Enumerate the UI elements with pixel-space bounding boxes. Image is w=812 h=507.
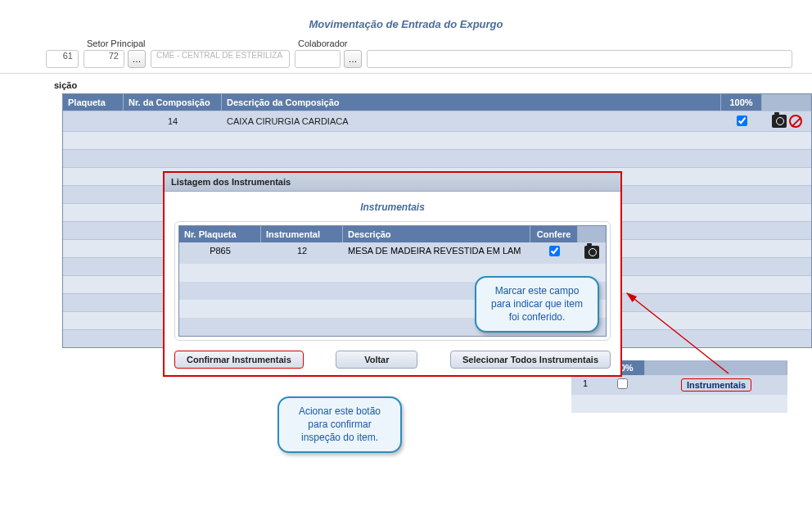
checkbox-100pct[interactable]	[737, 115, 747, 126]
bottom-row-empty	[571, 395, 787, 413]
cell-descricao: CAIXA CIRURGIA CARDIACA	[222, 113, 721, 129]
callout-confirmar: Acionar este botão para confirmar inspeç…	[277, 396, 402, 453]
header-100pct: 100%	[721, 94, 762, 111]
colab-lookup-button[interactable]: …	[344, 50, 362, 68]
ban-icon[interactable]	[789, 115, 802, 128]
cell-plaqueta	[63, 118, 124, 124]
setor-label: Setor Principal	[83, 38, 146, 48]
header-nr-composicao: Nr. da Composição	[124, 94, 222, 111]
camera-icon[interactable]	[584, 246, 599, 259]
instrumentais-link[interactable]: Instrumentais	[681, 378, 751, 392]
header-actions	[762, 94, 811, 111]
grid-row-empty	[63, 131, 811, 149]
cell-nr-composicao: 14	[124, 113, 222, 129]
svg-line-0	[627, 293, 729, 373]
field-num1[interactable]: 61	[46, 50, 79, 68]
grid-header: Plaqueta Nr. da Composição Descrição da …	[63, 94, 811, 111]
setor-lookup-button[interactable]: …	[128, 50, 146, 68]
ig-cell-confere	[530, 242, 578, 264]
grid-row[interactable]: 14 CAIXA CIRURGIA CARDIACA	[63, 111, 811, 131]
cell-actions	[762, 111, 811, 131]
bottom-cell-qtde: 1	[571, 375, 599, 395]
page-title: Movimentação de Entrada do Expurgo	[0, 0, 812, 38]
setor-group: Setor Principal 72 …	[83, 38, 146, 68]
modal-header: Listagem dos Instrumentais	[165, 173, 620, 192]
colab-num[interactable]	[295, 50, 341, 68]
ig-cell-instrumental: 12	[261, 242, 343, 264]
camera-icon[interactable]	[772, 115, 787, 128]
cell-100pct	[721, 112, 762, 131]
modal-subtitle: Instrumentais	[174, 201, 611, 213]
header-plaqueta: Plaqueta	[63, 94, 124, 111]
ig-cell-camera	[578, 242, 606, 264]
voltar-button[interactable]: Voltar	[336, 351, 417, 369]
colab-group: Colaborador …	[295, 38, 362, 68]
ig-row[interactable]: P865 12 MESA DE MADEIRA REVESTIDA EM LAM	[179, 242, 606, 264]
bottom-checkbox-100pct[interactable]	[617, 378, 628, 389]
ig-cell-plaqueta: P865	[179, 242, 261, 264]
grid-row-empty	[63, 149, 811, 167]
instrumentais-modal: Listagem dos Instrumentais Instrumentais…	[163, 171, 622, 377]
selecionar-todos-button[interactable]: Selecionar Todos Instrumentais	[450, 351, 611, 369]
setor-num[interactable]: 72	[83, 50, 124, 68]
ig-header-camera	[578, 226, 606, 242]
arrow-annotation	[622, 288, 753, 378]
ig-cell-descricao: MESA DE MADEIRA REVESTIDA EM LAM	[343, 242, 530, 264]
ig-header-confere: Confere	[530, 226, 578, 242]
ig-header-plaqueta: Nr. Plaqueta	[179, 226, 261, 242]
header-descricao: Descrição da Composição	[222, 94, 721, 111]
ig-header-instrumental: Instrumental	[261, 226, 343, 242]
setor-desc[interactable]: CME - CENTRAL DE ESTERILIZA	[151, 50, 290, 68]
callout-confere: Marcar este campo para indicar que item …	[475, 276, 599, 333]
confirmar-instrumentais-button[interactable]: Confirmar Instrumentais	[174, 351, 304, 369]
ig-header-descricao: Descrição	[343, 226, 530, 242]
section-label-cut: sição	[0, 74, 812, 93]
form-row: 61 Setor Principal 72 … CME - CENTRAL DE…	[0, 38, 812, 74]
colab-desc[interactable]	[367, 50, 792, 68]
confere-checkbox[interactable]	[549, 246, 560, 256]
modal-actions: Confirmar Instrumentais Voltar Seleciona…	[174, 351, 611, 369]
colab-label: Colaborador	[295, 38, 362, 48]
